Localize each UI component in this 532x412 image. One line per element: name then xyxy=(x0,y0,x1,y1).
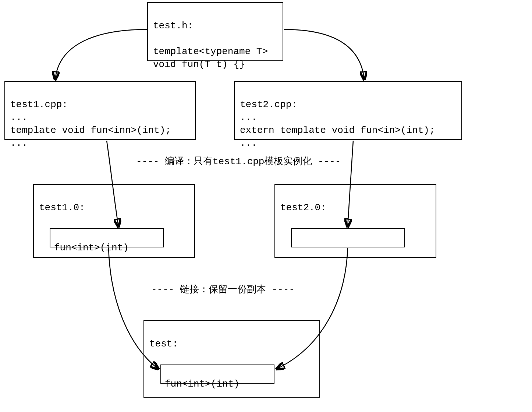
test2-dots1: ... xyxy=(240,112,257,123)
test-h-line2: void fun(T t) {} xyxy=(153,59,245,70)
arrow-h-to-left xyxy=(55,29,147,80)
test-h-title: test.h: xyxy=(153,20,193,31)
test1-o-inner: fun<int>(int) xyxy=(54,242,129,253)
test2-dots2: ... xyxy=(240,138,257,149)
test1-dots1: ... xyxy=(10,112,28,123)
test-final-inner: fun<int>(int) xyxy=(165,378,240,390)
test1-line: template void fun<inn>(int); xyxy=(10,125,171,136)
test1-o-title: test1.0: xyxy=(39,202,85,213)
inner-test-final-fun: fun<int>(int) xyxy=(160,365,274,384)
test1-title: test1.cpp: xyxy=(10,99,68,110)
test2-line: extern template void fun<in>(int); xyxy=(240,125,435,136)
test2-o-title: test2.0: xyxy=(280,202,326,213)
inner-test1-fun: fun<int>(int) xyxy=(50,228,164,247)
test2-title: test2.cpp: xyxy=(240,99,297,110)
box-test1-cpp: test1.cpp: ... template void fun<inn>(in… xyxy=(4,81,196,140)
link-label: ---- 链接：保留一份副本 ---- xyxy=(151,283,295,296)
test-h-line1: template<typename T> xyxy=(153,46,268,57)
test-final-title: test: xyxy=(149,338,178,349)
box-test-h: test.h: template<typename T> void fun(T … xyxy=(147,2,283,61)
arrow-h-to-right xyxy=(284,29,364,80)
box-test2-cpp: test2.cpp: ... extern template void fun<… xyxy=(234,81,462,140)
compile-label: ---- 编译：只有test1.cpp模板实例化 ---- xyxy=(136,155,341,168)
inner-test2-empty xyxy=(291,228,405,247)
test1-dots2: ... xyxy=(10,138,28,149)
